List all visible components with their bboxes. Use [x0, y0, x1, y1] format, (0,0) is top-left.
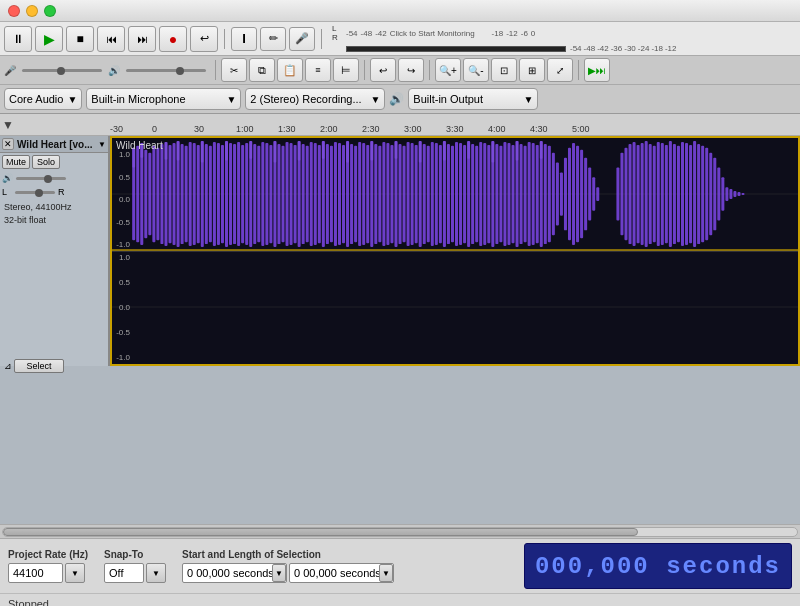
- selection-start-input[interactable]: 0 00,000 seconds ▼: [182, 563, 287, 583]
- svg-rect-121: [616, 167, 619, 220]
- svg-rect-118: [588, 167, 591, 220]
- maximize-button[interactable]: [44, 5, 56, 17]
- click-monitor-label[interactable]: Click to Start Monitoring: [390, 29, 475, 38]
- mute-button[interactable]: Mute: [2, 155, 30, 169]
- snap-to-input[interactable]: [104, 563, 144, 583]
- track-select-button[interactable]: Select: [14, 359, 64, 373]
- output-device-select[interactable]: Built-in Output ▼: [408, 88, 538, 110]
- silence-button[interactable]: ≡: [305, 58, 331, 82]
- svg-rect-108: [548, 146, 551, 242]
- horizontal-scrollbar[interactable]: [0, 524, 800, 538]
- svg-rect-39: [269, 145, 272, 243]
- skip-back-button[interactable]: ⏮: [97, 26, 125, 52]
- svg-rect-141: [697, 144, 700, 244]
- record-button[interactable]: ●: [159, 26, 187, 52]
- svg-rect-23: [205, 144, 208, 244]
- snap-to-section: Snap-To ▼: [104, 549, 166, 583]
- svg-rect-54: [330, 146, 333, 242]
- output-gain-slider[interactable]: [126, 69, 206, 72]
- record-icon: ●: [169, 31, 177, 47]
- zoom-in-icon: 🔍+: [439, 65, 457, 76]
- track-pan-slider[interactable]: [15, 191, 55, 194]
- zoom-full-button[interactable]: ⤢: [547, 58, 573, 82]
- zoom-fit-button[interactable]: ⊞: [519, 58, 545, 82]
- minimize-button[interactable]: [26, 5, 38, 17]
- volume-icon: 🔊: [2, 173, 13, 183]
- silence-icon: ≡: [315, 65, 320, 75]
- zoom-out-icon: 🔍-: [468, 65, 483, 76]
- input-gain-slider[interactable]: [22, 69, 102, 72]
- pause-button[interactable]: ⏸: [4, 26, 32, 52]
- svg-rect-84: [451, 146, 454, 242]
- svg-rect-18: [185, 146, 188, 242]
- solo-button[interactable]: Solo: [32, 155, 60, 169]
- skip-forward-button[interactable]: ⏭: [128, 26, 156, 52]
- audio-host-dropdown-icon: ▼: [67, 94, 77, 105]
- svg-rect-93: [487, 145, 490, 243]
- sel-end-dropdown[interactable]: ▼: [379, 564, 393, 582]
- svg-rect-63: [366, 145, 369, 243]
- svg-rect-31: [237, 142, 240, 246]
- svg-rect-120: [596, 187, 599, 201]
- svg-rect-26: [217, 143, 220, 245]
- playback-meter[interactable]: [346, 46, 566, 52]
- snap-to-dropdown[interactable]: ▼: [146, 563, 166, 583]
- draw-tool-button[interactable]: ✏: [260, 27, 286, 51]
- svg-rect-71: [399, 144, 402, 244]
- input-device-select[interactable]: Built-in Microphone ▼: [86, 88, 241, 110]
- undo-button[interactable]: ↩: [370, 58, 396, 82]
- empty-area[interactable]: [0, 366, 800, 524]
- timeline-ruler[interactable]: ▼ -30 0 30 1:00 1:30 2:00 2:30 3:00 3:30…: [0, 114, 800, 136]
- svg-rect-78: [427, 146, 430, 242]
- y-1.0-top: 1.0: [112, 150, 132, 159]
- y-minus1.0-top: -1.0: [112, 240, 132, 249]
- paste-button[interactable]: 📋: [277, 58, 303, 82]
- svg-rect-89: [471, 144, 474, 244]
- y-0.0-top: 0.0: [112, 195, 132, 204]
- channels-select[interactable]: 2 (Stereo) Recording... ▼: [245, 88, 385, 110]
- svg-rect-97: [503, 142, 506, 246]
- svg-rect-150: [733, 191, 736, 197]
- zoom-out-button[interactable]: 🔍-: [463, 58, 489, 82]
- play-button[interactable]: ▶: [35, 26, 63, 52]
- audio-host-select[interactable]: Core Audio ▼: [4, 88, 82, 110]
- mute-solo-row: Mute Solo: [0, 153, 108, 171]
- input-device-label: Built-in Microphone: [91, 93, 185, 105]
- track-close-button[interactable]: ✕: [2, 138, 14, 150]
- svg-rect-21: [197, 145, 200, 243]
- close-button[interactable]: [8, 5, 20, 17]
- scissors-button[interactable]: ✂: [221, 58, 247, 82]
- edit-toolbar: 🎤 🔊 ✂ ⧉ 📋 ≡ ⊨ ↩ ↪ 🔍+ 🔍- ⊡ ⊞ ⤢: [0, 56, 800, 85]
- copy-button[interactable]: ⧉: [249, 58, 275, 82]
- device-bar: Core Audio ▼ Built-in Microphone ▼ 2 (St…: [0, 85, 800, 114]
- sel-start-dropdown[interactable]: ▼: [272, 564, 286, 582]
- y-0.5-bottom: 0.5: [112, 278, 132, 287]
- select-tool-button[interactable]: I: [231, 27, 257, 51]
- zoom-in-button[interactable]: 🔍+: [435, 58, 461, 82]
- scrollbar-thumb[interactable]: [3, 528, 638, 536]
- zoom-sel-button[interactable]: ⊡: [491, 58, 517, 82]
- selection-end-input[interactable]: 0 00,000 seconds ▼: [289, 563, 394, 583]
- track-volume-slider[interactable]: [16, 177, 66, 180]
- svg-rect-77: [423, 144, 426, 244]
- tick-0: 0: [152, 124, 157, 134]
- scrollbar-track[interactable]: [2, 527, 798, 537]
- skip-back-icon: ⏮: [106, 33, 117, 45]
- loop-button[interactable]: ↩: [190, 26, 218, 52]
- mic-tool-button[interactable]: 🎤: [289, 27, 315, 51]
- waveform-area[interactable]: Wild Heart 1.0 0.5 0.0 -0.5 -1.0 1.0 0.5…: [110, 136, 800, 366]
- stop-button[interactable]: ■: [66, 26, 94, 52]
- audio-host-label: Core Audio: [9, 93, 63, 105]
- svg-rect-148: [725, 187, 728, 201]
- project-rate-dropdown[interactable]: ▼: [65, 563, 85, 583]
- trim-button[interactable]: ⊨: [333, 58, 359, 82]
- track-close-bar: ✕ Wild Heart [vo... ▼: [0, 136, 108, 153]
- tick-minus30: -30: [110, 124, 123, 134]
- copy-icon: ⧉: [258, 64, 266, 77]
- svg-rect-136: [677, 146, 680, 242]
- skip-play-button[interactable]: ▶⏭: [584, 58, 610, 82]
- svg-rect-1: [112, 251, 798, 364]
- svg-rect-309: [298, 141, 301, 161]
- redo-button[interactable]: ↪: [398, 58, 424, 82]
- project-rate-input[interactable]: [8, 563, 63, 583]
